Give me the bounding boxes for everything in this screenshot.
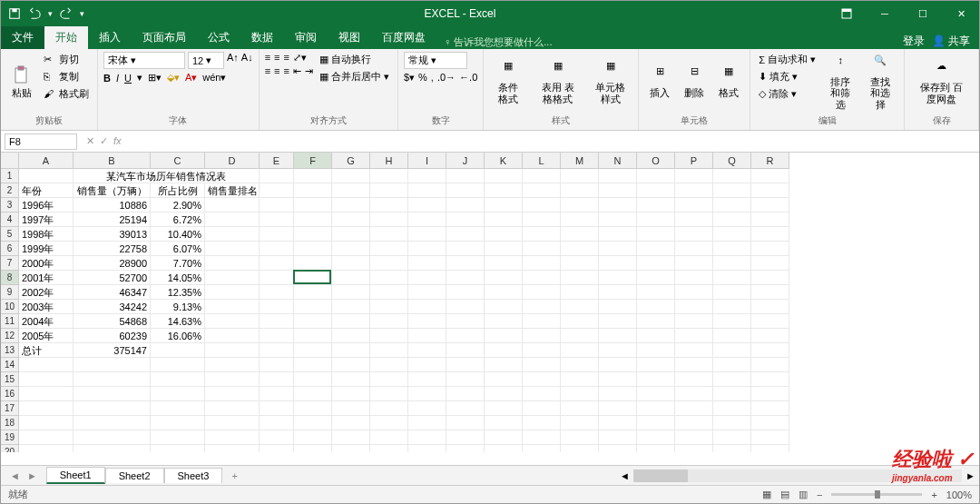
cell[interactable] [599, 314, 637, 329]
clear-button[interactable]: ◇ 清除 ▾ [756, 86, 818, 102]
cell[interactable] [205, 314, 260, 329]
cell[interactable] [260, 416, 294, 430]
cell[interactable] [446, 242, 485, 256]
cell[interactable] [751, 358, 789, 372]
cell[interactable] [205, 285, 260, 300]
cell[interactable] [260, 271, 294, 285]
cell[interactable] [637, 212, 675, 227]
cell[interactable] [205, 430, 260, 445]
cell[interactable] [485, 285, 523, 300]
cell[interactable] [370, 271, 408, 285]
cell[interactable] [523, 285, 561, 300]
cell[interactable] [260, 358, 294, 372]
cell[interactable] [332, 387, 370, 401]
cell[interactable] [485, 212, 523, 227]
cell[interactable] [446, 256, 485, 271]
cell[interactable] [370, 256, 408, 271]
cell[interactable] [637, 198, 675, 212]
cell[interactable] [751, 198, 789, 212]
cell[interactable] [446, 401, 485, 416]
cell[interactable] [675, 256, 713, 271]
font-size-select[interactable]: 12 ▾ [188, 52, 224, 69]
cell[interactable] [599, 401, 637, 416]
number-format-select[interactable]: 常规 ▾ [404, 52, 467, 69]
cell[interactable] [561, 329, 599, 343]
insert-cells-button[interactable]: ⊞插入 [644, 52, 675, 113]
cell[interactable] [260, 300, 294, 314]
cell[interactable]: 34242 [74, 300, 151, 314]
cell[interactable]: 2001年 [19, 271, 74, 285]
cell[interactable]: 7.70% [151, 256, 205, 271]
cell[interactable] [446, 416, 485, 430]
cell[interactable] [485, 169, 523, 183]
cell[interactable] [260, 372, 294, 387]
cell[interactable] [408, 285, 446, 300]
cell[interactable] [332, 358, 370, 372]
cell[interactable]: 销售量排名 [205, 183, 260, 198]
cell[interactable] [713, 300, 751, 314]
cell[interactable] [637, 285, 675, 300]
tab-home[interactable]: 开始 [44, 26, 88, 49]
cell[interactable] [599, 358, 637, 372]
format-cells-button[interactable]: ▦格式 [713, 52, 744, 113]
cell[interactable] [446, 314, 485, 329]
cell[interactable] [205, 445, 260, 452]
cell[interactable] [260, 401, 294, 416]
cell[interactable] [637, 372, 675, 387]
cell[interactable] [151, 343, 205, 358]
cell[interactable] [370, 285, 408, 300]
cell[interactable] [485, 343, 523, 358]
cell[interactable] [485, 271, 523, 285]
cell[interactable] [19, 169, 74, 183]
cell[interactable] [260, 430, 294, 445]
cell[interactable] [675, 169, 713, 183]
cell[interactable] [260, 445, 294, 452]
col-header-N[interactable]: N [599, 153, 637, 169]
cell[interactable] [370, 314, 408, 329]
cell[interactable] [561, 285, 599, 300]
cell[interactable] [713, 416, 751, 430]
font-name-select[interactable]: 宋体 ▾ [103, 52, 185, 69]
cell[interactable] [561, 271, 599, 285]
cell[interactable] [675, 445, 713, 452]
cell[interactable] [599, 300, 637, 314]
zoom-slider[interactable] [831, 493, 922, 496]
cell[interactable] [294, 358, 332, 372]
cell[interactable] [151, 387, 205, 401]
redo-icon[interactable] [60, 7, 73, 20]
cell[interactable] [332, 227, 370, 242]
cell[interactable] [675, 314, 713, 329]
undo-icon[interactable] [28, 7, 41, 20]
cell[interactable] [675, 300, 713, 314]
cell[interactable] [561, 358, 599, 372]
row-header[interactable]: 14 [1, 358, 19, 372]
cell[interactable]: 2004年 [19, 314, 74, 329]
cell[interactable] [713, 169, 751, 183]
cell[interactable] [408, 314, 446, 329]
cell[interactable] [751, 169, 789, 183]
cell[interactable] [294, 445, 332, 452]
cell[interactable] [408, 198, 446, 212]
align-bottom-icon[interactable]: ≡ [284, 52, 289, 64]
cell[interactable]: 销售量（万辆） [74, 183, 151, 198]
cell[interactable] [561, 401, 599, 416]
cell[interactable] [408, 343, 446, 358]
cell[interactable] [260, 169, 294, 183]
cell[interactable] [446, 358, 485, 372]
cell[interactable] [675, 401, 713, 416]
cell[interactable] [637, 242, 675, 256]
cell[interactable] [446, 285, 485, 300]
cell[interactable] [332, 401, 370, 416]
col-header-R[interactable]: R [751, 153, 789, 169]
cell[interactable] [523, 183, 561, 198]
ribbon-options-button[interactable] [828, 1, 865, 26]
cell[interactable] [446, 227, 485, 242]
cell[interactable] [675, 343, 713, 358]
cell[interactable] [332, 329, 370, 343]
cell[interactable] [637, 183, 675, 198]
sheet-tab-1[interactable]: Sheet1 [46, 467, 105, 484]
cell[interactable] [446, 271, 485, 285]
cell[interactable]: 60239 [74, 329, 151, 343]
sort-filter-button[interactable]: ↕排序和筛选 [822, 52, 858, 113]
cell[interactable] [675, 430, 713, 445]
